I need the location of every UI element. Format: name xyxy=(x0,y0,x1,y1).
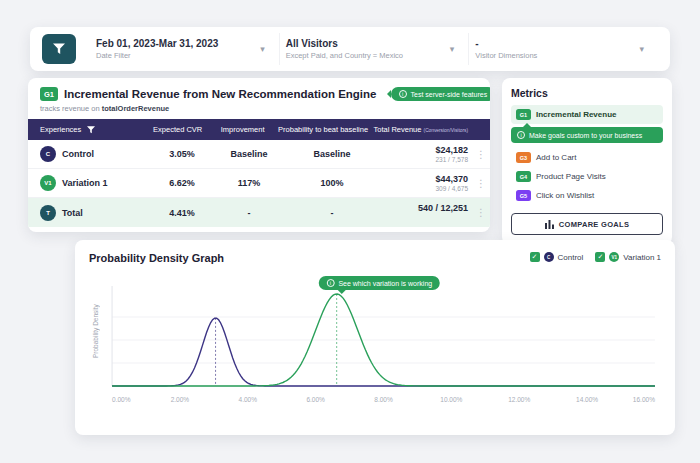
goals-tooltip-label: Make goals custom to your business xyxy=(529,132,642,139)
table-row-variation-1: V1 Variation 1 6.62% 117% 100% $44,370 3… xyxy=(28,169,490,198)
column-filter-icon[interactable] xyxy=(87,126,95,134)
date-filter-label: Date Filter xyxy=(96,51,218,60)
expected-cvr-cell: 3.05% xyxy=(146,149,218,159)
report-card: G1 Incremental Revenue from New Recommen… xyxy=(28,78,490,232)
density-plot-area: 0.00%2.00%4.00%6.00%8.00%10.00%12.00%14.… xyxy=(102,276,661,408)
metric-item-product-page-visits[interactable]: G4 Product Page Visits xyxy=(511,167,663,186)
legend-badge-control: C xyxy=(544,252,554,262)
chart-title: Probability Density Graph xyxy=(89,252,224,264)
goal-badge: G5 xyxy=(516,190,531,201)
chevron-down-icon: ▾ xyxy=(260,45,265,54)
checkbox-checked-icon[interactable]: ✓ xyxy=(595,252,605,262)
info-icon: i xyxy=(517,131,525,139)
legend-item-control[interactable]: ✓ C Control xyxy=(530,252,584,262)
date-filter-value: Feb 01, 2023-Mar 31, 2023 xyxy=(96,38,218,50)
metric-label: Add to Cart xyxy=(536,153,576,162)
row-menu-button[interactable]: ⋮ xyxy=(472,149,490,160)
probability-cell: Baseline xyxy=(280,149,384,159)
column-header-total-revenue: Total Revenue (Conversion/Visitors) xyxy=(374,125,472,134)
svg-text:10.00%: 10.00% xyxy=(440,396,462,403)
experience-badge: T xyxy=(40,205,56,221)
metrics-title: Metrics xyxy=(511,87,663,99)
svg-text:2.00%: 2.00% xyxy=(171,396,190,403)
subtitle-prefix: tracks revenue on xyxy=(40,104,100,113)
svg-text:14.00%: 14.00% xyxy=(576,396,598,403)
svg-text:8.00%: 8.00% xyxy=(374,396,393,403)
checkbox-checked-icon[interactable]: ✓ xyxy=(530,252,540,262)
improvement-cell: Baseline xyxy=(218,149,280,159)
goals-tooltip: i Make goals custom to your business xyxy=(511,127,663,143)
column-header-improvement: Improvement xyxy=(213,125,273,134)
goal-badge: G4 xyxy=(516,171,531,182)
row-menu-button[interactable]: ⋮ xyxy=(472,207,490,218)
improvement-cell: - xyxy=(218,208,280,218)
svg-text:6.00%: 6.00% xyxy=(306,396,325,403)
experience-badge: C xyxy=(40,146,56,162)
segment-filter-dropdown[interactable]: All Visitors Except Paid, and Country = … xyxy=(280,33,470,65)
improvement-cell: 117% xyxy=(218,178,280,188)
server-side-callout-label: Test server-side features xyxy=(411,91,488,98)
metric-label: Incremental Revenue xyxy=(536,110,616,119)
svg-text:12.00%: 12.00% xyxy=(508,396,530,403)
dimensions-filter-label: Visitor Dimensions xyxy=(475,51,537,60)
probability-cell: - xyxy=(280,208,384,218)
segment-filter-value: All Visitors xyxy=(286,38,403,50)
row-menu-button[interactable]: ⋮ xyxy=(472,178,490,189)
experience-name: Total xyxy=(62,208,83,218)
probability-cell: 100% xyxy=(280,178,384,188)
column-header-revenue-suffix: (Conversion/Visitors) xyxy=(424,128,468,133)
legend-label-control: Control xyxy=(558,253,584,262)
server-side-callout[interactable]: i Test server-side features xyxy=(391,87,491,101)
compare-goals-button[interactable]: COMPARE GOALS xyxy=(511,213,663,235)
info-icon: i xyxy=(326,279,334,287)
legend-badge-variation-1: V1 xyxy=(609,252,619,262)
chart-annotation-label: See which variation is working xyxy=(338,280,432,287)
legend-item-variation-1[interactable]: ✓ V1 Variation 1 xyxy=(595,252,661,262)
dimensions-filter-value: - xyxy=(475,38,537,50)
column-header-probability: Probability to beat baseline xyxy=(273,125,374,134)
bar-chart-icon xyxy=(545,220,554,229)
metric-label: Click on Wishlist xyxy=(536,191,594,200)
compare-goals-label: COMPARE GOALS xyxy=(559,220,629,229)
report-title: Incremental Revenue from New Recommendat… xyxy=(64,88,377,100)
metric-label: Product Page Visits xyxy=(536,172,606,181)
revenue-cell: $44,370 309 / 4,675 xyxy=(384,174,472,193)
chevron-down-icon: ▾ xyxy=(639,45,644,54)
legend-label-variation-1: Variation 1 xyxy=(623,253,661,262)
svg-text:4.00%: 4.00% xyxy=(239,396,258,403)
metric-item-click-on-wishlist[interactable]: G5 Click on Wishlist xyxy=(511,186,663,205)
metric-name: totalOrderRevenue xyxy=(102,104,170,113)
table-row-control: C Control 3.05% Baseline Baseline $24,18… xyxy=(28,140,490,169)
chevron-down-icon: ▾ xyxy=(450,45,455,54)
column-header-experiences: Experiences xyxy=(28,125,143,134)
metric-item-incremental-revenue[interactable]: G1 Incremental Revenue xyxy=(511,105,663,124)
info-icon: i xyxy=(399,90,407,98)
filter-button[interactable] xyxy=(42,34,76,64)
svg-text:16.00%: 16.00% xyxy=(633,396,655,403)
report-subtitle: tracks revenue on totalOrderRevenue xyxy=(40,104,478,113)
column-header-expected-cvr: Expected CVR xyxy=(143,125,213,134)
revenue-cell: 540 / 12,251 xyxy=(384,203,472,222)
date-filter-dropdown[interactable]: Feb 01, 2023-Mar 31, 2023 Date Filter ▾ xyxy=(90,33,280,65)
metric-item-add-to-cart[interactable]: G3 Add to Cart xyxy=(511,148,663,167)
experience-name: Control xyxy=(62,149,94,159)
chart-card: Probability Density Graph ✓ C Control ✓ … xyxy=(75,240,675,435)
goal-badge: G1 xyxy=(516,109,531,120)
y-axis-label: Probability Density xyxy=(89,276,102,386)
chart-annotation: i See which variation is working xyxy=(318,276,440,290)
chart-legend: ✓ C Control ✓ V1 Variation 1 xyxy=(530,252,661,262)
density-chart-svg: 0.00%2.00%4.00%6.00%8.00%10.00%12.00%14.… xyxy=(102,276,661,408)
segment-filter-label: Except Paid, and Country = Mexico xyxy=(286,51,403,60)
funnel-icon xyxy=(53,43,65,55)
table-row-total: T Total 4.41% - - 540 / 12,251 ⋮ xyxy=(28,198,490,227)
filter-bar: Feb 01, 2023-Mar 31, 2023 Date Filter ▾ … xyxy=(30,27,670,71)
goal-badge: G3 xyxy=(516,152,531,163)
goal-badge: G1 xyxy=(40,87,58,101)
expected-cvr-cell: 6.62% xyxy=(146,178,218,188)
revenue-cell: $24,182 231 / 7,578 xyxy=(384,145,472,164)
expected-cvr-cell: 4.41% xyxy=(146,208,218,218)
metrics-panel: Metrics G1 Incremental Revenue i Make go… xyxy=(502,78,672,245)
dimensions-filter-dropdown[interactable]: - Visitor Dimensions ▾ xyxy=(469,33,658,65)
svg-text:0.00%: 0.00% xyxy=(112,396,131,403)
experience-badge: V1 xyxy=(40,175,56,191)
